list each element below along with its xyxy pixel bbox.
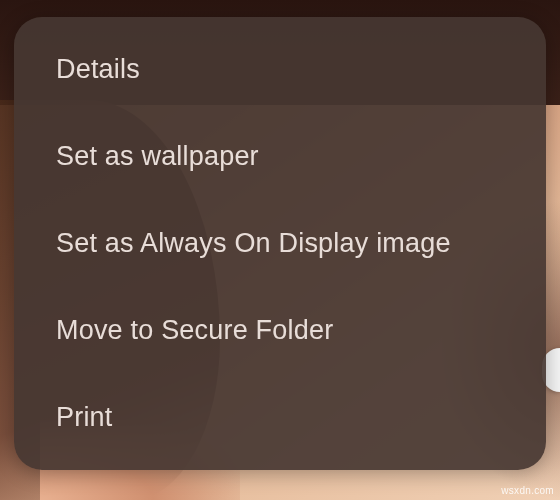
watermark: wsxdn.com (501, 485, 554, 496)
menu-item-label: Set as wallpaper (56, 141, 259, 171)
menu-item-move-secure-folder[interactable]: Move to Secure Folder (14, 298, 546, 363)
menu-item-label: Print (56, 402, 113, 432)
menu-item-set-wallpaper[interactable]: Set as wallpaper (14, 124, 546, 189)
context-menu: Details Set as wallpaper Set as Always O… (14, 17, 546, 470)
menu-item-details[interactable]: Details (14, 37, 546, 102)
menu-item-label: Set as Always On Display image (56, 228, 451, 258)
menu-item-label: Details (56, 54, 140, 84)
menu-item-label: Move to Secure Folder (56, 315, 333, 345)
menu-item-print[interactable]: Print (14, 385, 546, 450)
menu-item-set-aod-image[interactable]: Set as Always On Display image (14, 211, 546, 276)
